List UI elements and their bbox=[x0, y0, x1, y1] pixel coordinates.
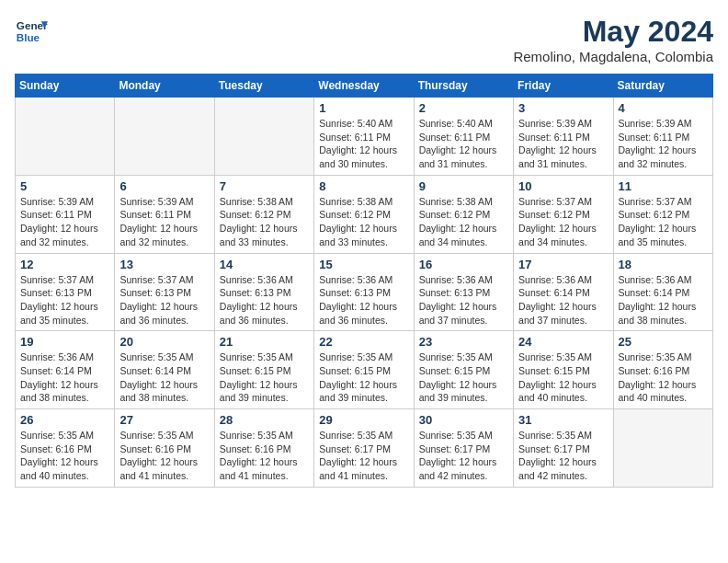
calendar-cell: 24Sunrise: 5:35 AMSunset: 6:15 PMDayligh… bbox=[514, 331, 613, 409]
day-info: Sunrise: 5:37 AMSunset: 6:12 PMDaylight:… bbox=[619, 195, 708, 249]
day-info: Sunrise: 5:37 AMSunset: 6:13 PMDaylight:… bbox=[119, 273, 209, 327]
week-row-5: 26Sunrise: 5:35 AMSunset: 6:16 PMDayligh… bbox=[16, 409, 713, 488]
day-info: Sunrise: 5:35 AMSunset: 6:14 PMDaylight:… bbox=[119, 350, 209, 405]
weekday-header-row: SundayMondayTuesdayWednesdayThursdayFrid… bbox=[16, 75, 713, 98]
calendar-cell: 21Sunrise: 5:35 AMSunset: 6:15 PMDayligh… bbox=[214, 331, 313, 409]
day-info: Sunrise: 5:39 AMSunset: 6:11 PMDaylight:… bbox=[518, 117, 608, 171]
week-row-3: 12Sunrise: 5:37 AMSunset: 6:13 PMDayligh… bbox=[16, 253, 713, 331]
calendar-cell bbox=[115, 98, 214, 176]
day-info: Sunrise: 5:35 AMSunset: 6:15 PMDaylight:… bbox=[419, 350, 508, 405]
day-info: Sunrise: 5:36 AMSunset: 6:13 PMDaylight:… bbox=[220, 273, 309, 327]
calendar-cell: 8Sunrise: 5:38 AMSunset: 6:12 PMDaylight… bbox=[314, 175, 414, 253]
day-info: Sunrise: 5:40 AMSunset: 6:11 PMDaylight:… bbox=[419, 117, 508, 171]
calendar-cell: 13Sunrise: 5:37 AMSunset: 6:13 PMDayligh… bbox=[115, 253, 214, 331]
calendar-cell: 11Sunrise: 5:37 AMSunset: 6:12 PMDayligh… bbox=[613, 175, 712, 253]
day-info: Sunrise: 5:35 AMSunset: 6:17 PMDaylight:… bbox=[319, 429, 408, 483]
weekday-wednesday: Wednesday bbox=[314, 75, 414, 98]
calendar-cell: 1Sunrise: 5:40 AMSunset: 6:11 PMDaylight… bbox=[314, 98, 414, 176]
calendar-cell: 5Sunrise: 5:39 AMSunset: 6:11 PMDaylight… bbox=[16, 175, 115, 253]
day-number: 14 bbox=[220, 258, 309, 271]
calendar-cell: 26Sunrise: 5:35 AMSunset: 6:16 PMDayligh… bbox=[16, 409, 115, 488]
day-number: 23 bbox=[419, 335, 508, 349]
day-info: Sunrise: 5:36 AMSunset: 6:14 PMDaylight:… bbox=[518, 273, 608, 327]
day-number: 21 bbox=[220, 335, 309, 349]
day-number: 25 bbox=[619, 335, 708, 349]
day-info: Sunrise: 5:35 AMSunset: 6:15 PMDaylight:… bbox=[319, 350, 408, 405]
day-info: Sunrise: 5:39 AMSunset: 6:11 PMDaylight:… bbox=[619, 117, 708, 171]
weekday-sunday: Sunday bbox=[16, 75, 115, 98]
calendar-cell bbox=[16, 98, 115, 176]
day-info: Sunrise: 5:35 AMSunset: 6:16 PMDaylight:… bbox=[220, 429, 309, 483]
day-number: 30 bbox=[419, 413, 508, 427]
day-info: Sunrise: 5:35 AMSunset: 6:17 PMDaylight:… bbox=[419, 429, 508, 483]
day-number: 27 bbox=[119, 413, 209, 427]
day-number: 13 bbox=[119, 258, 209, 271]
calendar-cell: 6Sunrise: 5:39 AMSunset: 6:11 PMDaylight… bbox=[115, 175, 214, 253]
day-number: 29 bbox=[319, 413, 408, 427]
day-number: 11 bbox=[619, 179, 708, 193]
calendar-cell: 4Sunrise: 5:39 AMSunset: 6:11 PMDaylight… bbox=[613, 98, 712, 176]
calendar-cell: 10Sunrise: 5:37 AMSunset: 6:12 PMDayligh… bbox=[514, 175, 613, 253]
day-number: 4 bbox=[619, 101, 708, 115]
calendar-cell bbox=[214, 98, 313, 176]
calendar-cell: 19Sunrise: 5:36 AMSunset: 6:14 PMDayligh… bbox=[16, 331, 115, 409]
week-row-4: 19Sunrise: 5:36 AMSunset: 6:14 PMDayligh… bbox=[16, 331, 713, 409]
day-number: 1 bbox=[319, 101, 408, 115]
calendar-cell: 30Sunrise: 5:35 AMSunset: 6:17 PMDayligh… bbox=[414, 409, 513, 488]
logo: General Blue bbox=[15, 15, 48, 48]
weekday-tuesday: Tuesday bbox=[214, 75, 313, 98]
calendar-cell: 3Sunrise: 5:39 AMSunset: 6:11 PMDaylight… bbox=[514, 98, 613, 176]
weekday-saturday: Saturday bbox=[613, 75, 712, 98]
location: Remolino, Magdalena, Colombia bbox=[513, 49, 713, 64]
day-number: 24 bbox=[518, 335, 608, 349]
day-number: 15 bbox=[319, 258, 408, 271]
day-number: 9 bbox=[419, 179, 508, 193]
calendar-cell: 23Sunrise: 5:35 AMSunset: 6:15 PMDayligh… bbox=[414, 331, 513, 409]
title-block: May 2024 Remolino, Magdalena, Colombia bbox=[513, 15, 713, 64]
day-info: Sunrise: 5:37 AMSunset: 6:13 PMDaylight:… bbox=[20, 273, 109, 327]
day-number: 28 bbox=[220, 413, 309, 427]
day-info: Sunrise: 5:36 AMSunset: 6:14 PMDaylight:… bbox=[20, 350, 109, 405]
day-number: 22 bbox=[319, 335, 408, 349]
calendar-cell: 7Sunrise: 5:38 AMSunset: 6:12 PMDaylight… bbox=[214, 175, 313, 253]
day-info: Sunrise: 5:35 AMSunset: 6:16 PMDaylight:… bbox=[119, 429, 209, 483]
calendar-cell: 25Sunrise: 5:35 AMSunset: 6:16 PMDayligh… bbox=[613, 331, 712, 409]
day-number: 18 bbox=[619, 258, 708, 271]
day-info: Sunrise: 5:38 AMSunset: 6:12 PMDaylight:… bbox=[419, 195, 508, 249]
day-number: 19 bbox=[20, 335, 109, 349]
day-number: 6 bbox=[119, 179, 209, 193]
day-info: Sunrise: 5:35 AMSunset: 6:15 PMDaylight:… bbox=[518, 350, 608, 405]
calendar-cell: 14Sunrise: 5:36 AMSunset: 6:13 PMDayligh… bbox=[214, 253, 313, 331]
calendar-table: SundayMondayTuesdayWednesdayThursdayFrid… bbox=[15, 74, 713, 488]
calendar-cell bbox=[613, 409, 712, 488]
calendar-cell: 28Sunrise: 5:35 AMSunset: 6:16 PMDayligh… bbox=[214, 409, 313, 488]
day-number: 26 bbox=[20, 413, 109, 427]
calendar-cell: 18Sunrise: 5:36 AMSunset: 6:14 PMDayligh… bbox=[613, 253, 712, 331]
calendar-cell: 27Sunrise: 5:35 AMSunset: 6:16 PMDayligh… bbox=[115, 409, 214, 488]
day-info: Sunrise: 5:35 AMSunset: 6:17 PMDaylight:… bbox=[518, 429, 608, 483]
day-number: 12 bbox=[20, 258, 109, 271]
day-number: 20 bbox=[119, 335, 209, 349]
calendar-cell: 29Sunrise: 5:35 AMSunset: 6:17 PMDayligh… bbox=[314, 409, 414, 488]
day-info: Sunrise: 5:35 AMSunset: 6:16 PMDaylight:… bbox=[619, 350, 708, 405]
day-number: 8 bbox=[319, 179, 408, 193]
weekday-friday: Friday bbox=[514, 75, 613, 98]
calendar-cell: 17Sunrise: 5:36 AMSunset: 6:14 PMDayligh… bbox=[514, 253, 613, 331]
day-info: Sunrise: 5:38 AMSunset: 6:12 PMDaylight:… bbox=[220, 195, 309, 249]
calendar-cell: 2Sunrise: 5:40 AMSunset: 6:11 PMDaylight… bbox=[414, 98, 513, 176]
day-info: Sunrise: 5:35 AMSunset: 6:15 PMDaylight:… bbox=[220, 350, 309, 405]
day-number: 3 bbox=[518, 101, 608, 115]
day-info: Sunrise: 5:40 AMSunset: 6:11 PMDaylight:… bbox=[319, 117, 408, 171]
day-info: Sunrise: 5:37 AMSunset: 6:12 PMDaylight:… bbox=[518, 195, 608, 249]
month-year: May 2024 bbox=[513, 15, 713, 49]
calendar-cell: 12Sunrise: 5:37 AMSunset: 6:13 PMDayligh… bbox=[16, 253, 115, 331]
day-info: Sunrise: 5:39 AMSunset: 6:11 PMDaylight:… bbox=[119, 195, 209, 249]
day-info: Sunrise: 5:36 AMSunset: 6:13 PMDaylight:… bbox=[419, 273, 508, 327]
day-number: 7 bbox=[220, 179, 309, 193]
day-number: 2 bbox=[419, 101, 508, 115]
day-number: 10 bbox=[518, 179, 608, 193]
calendar-cell: 9Sunrise: 5:38 AMSunset: 6:12 PMDaylight… bbox=[414, 175, 513, 253]
day-info: Sunrise: 5:36 AMSunset: 6:14 PMDaylight:… bbox=[619, 273, 708, 327]
logo-icon: General Blue bbox=[15, 15, 48, 48]
calendar-cell: 20Sunrise: 5:35 AMSunset: 6:14 PMDayligh… bbox=[115, 331, 214, 409]
